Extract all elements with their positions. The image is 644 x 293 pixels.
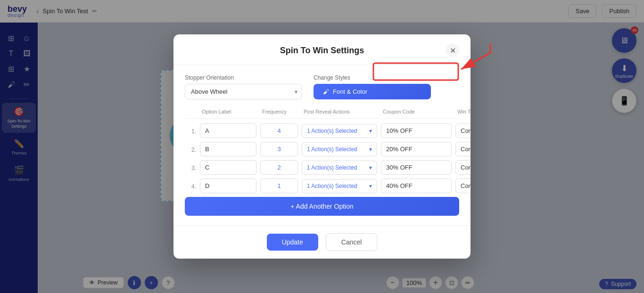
option-rows-container: 1. 1 Action(s) Selected ▾ 🗑 2. 1 Action(… (185, 123, 459, 193)
table-row: 3. 1 Action(s) Selected ▾ 🗑 (185, 160, 459, 175)
actions-select-button[interactable]: 1 Action(s) Selected ▾ (302, 124, 377, 138)
frequency-input[interactable] (260, 142, 298, 156)
coupon-code-input[interactable] (381, 123, 452, 138)
paintbrush-icon: 🖌 (323, 88, 329, 95)
table-row: 1. 1 Action(s) Selected ▾ 🗑 (185, 123, 459, 138)
actions-text: 1 Action(s) Selected (307, 146, 357, 153)
table-row: 4. 1 Action(s) Selected ▾ 🗑 (185, 179, 459, 193)
win-text-input[interactable] (455, 179, 471, 193)
chevron-down-icon: ▾ (369, 164, 372, 171)
coupon-code-input[interactable] (381, 179, 452, 193)
actions-text: 1 Action(s) Selected (307, 128, 357, 134)
change-styles-group: Change Styles 🖌 Font & Color (314, 74, 431, 99)
stopper-select-wrapper: Above Wheel Below Wheel Left Right ▾ (185, 84, 302, 99)
update-button[interactable]: Update (267, 234, 318, 251)
stopper-select[interactable]: Above Wheel Below Wheel Left Right (185, 84, 302, 99)
stopper-orientation-group: Stopper Orientation Above Wheel Below Wh… (185, 74, 302, 99)
actions-text: 1 Action(s) Selected (307, 164, 357, 171)
modal-header: Spin To Win Settings ✕ (173, 34, 471, 65)
option-label-input[interactable] (200, 160, 256, 175)
chevron-down-icon: ▾ (369, 146, 372, 153)
frequency-input[interactable] (260, 123, 298, 138)
col-coupon-code: Coupon Code (383, 109, 454, 114)
win-text-input[interactable] (455, 160, 471, 175)
col-post-reveal: Post Reveal Actions (304, 109, 379, 114)
modal-section-row: Stopper Orientation Above Wheel Below Wh… (185, 74, 459, 99)
row-number: 4. (185, 182, 196, 190)
row-number: 3. (185, 164, 196, 171)
coupon-code-input[interactable] (381, 142, 452, 156)
modal-body: Stopper Orientation Above Wheel Below Wh… (173, 65, 471, 225)
change-styles-label: Change Styles (314, 74, 431, 81)
actions-select-button[interactable]: 1 Action(s) Selected ▾ (302, 142, 377, 156)
table-row: 2. 1 Action(s) Selected ▾ 🗑 (185, 142, 459, 156)
row-number: 2. (185, 146, 196, 153)
row-number: 1. (185, 127, 196, 135)
col-frequency: Frequency (262, 109, 300, 114)
options-table-header: Option Label Frequency Post Reveal Actio… (185, 109, 459, 119)
coupon-code-input[interactable] (381, 160, 452, 175)
option-label-input[interactable] (200, 179, 256, 193)
col-option-label: Option Label (202, 109, 258, 114)
modal-close-button[interactable]: ✕ (446, 44, 459, 57)
col-win-text: Win Text (457, 109, 471, 114)
font-color-label: Font & Color (333, 88, 367, 95)
win-text-input[interactable] (455, 142, 471, 156)
font-color-button[interactable]: 🖌 Font & Color (314, 84, 431, 99)
add-option-button[interactable]: + Add Another Option (185, 197, 459, 216)
win-text-input[interactable] (455, 123, 471, 138)
frequency-input[interactable] (260, 179, 298, 193)
modal-footer: Update Cancel (173, 225, 471, 259)
chevron-down-icon: ▾ (369, 128, 372, 134)
stopper-label: Stopper Orientation (185, 74, 302, 81)
frequency-input[interactable] (260, 160, 298, 175)
spin-to-win-modal: Spin To Win Settings ✕ Stopper Orientati… (173, 34, 471, 259)
actions-select-button[interactable]: 1 Action(s) Selected ▾ (302, 161, 377, 175)
cancel-button[interactable]: Cancel (326, 233, 378, 251)
modal-overlay: Spin To Win Settings ✕ Stopper Orientati… (0, 0, 644, 293)
actions-text: 1 Action(s) Selected (307, 183, 357, 189)
option-label-input[interactable] (200, 123, 256, 138)
option-label-input[interactable] (200, 142, 256, 156)
actions-select-button[interactable]: 1 Action(s) Selected ▾ (302, 179, 377, 193)
modal-title: Spin To Win Settings (198, 46, 446, 56)
chevron-down-icon: ▾ (369, 183, 372, 189)
add-option-label: + Add Another Option (290, 203, 354, 210)
